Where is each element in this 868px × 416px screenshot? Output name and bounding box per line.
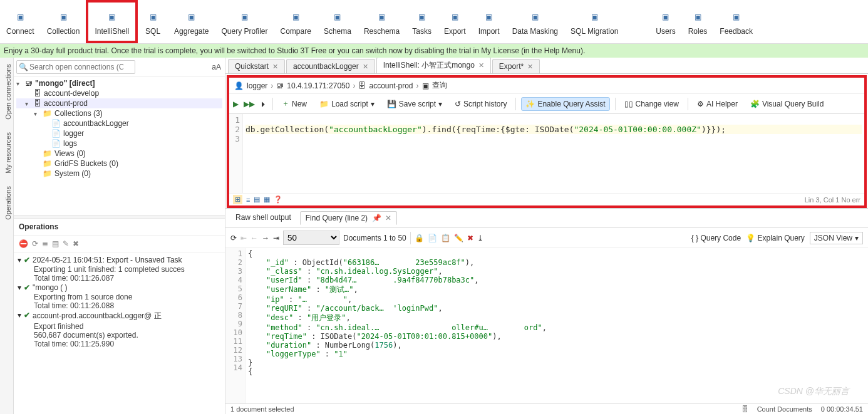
query-code-button[interactable]: { } Query Code: [691, 234, 741, 242]
run-selection-icon[interactable]: ▶▶: [244, 100, 255, 108]
view-mode-select[interactable]: JSON View▾: [810, 232, 863, 244]
operation-item[interactable]: ▾✔account-prod.accountbackLogger@ 正: [18, 310, 221, 322]
add-doc-icon[interactable]: 📄: [428, 234, 437, 242]
refresh-icon[interactable]: ⟳: [32, 239, 38, 248]
bulb-icon: 💡: [746, 234, 755, 242]
tree-node[interactable]: 📁System (0): [16, 169, 222, 179]
close-icon[interactable]: ✕: [385, 214, 391, 222]
tree-node[interactable]: 📄logger: [16, 128, 222, 138]
view-mode-icon[interactable]: ▤: [254, 195, 260, 204]
breadcrumb-user[interactable]: logger: [247, 81, 267, 90]
save-script-button[interactable]: 💾Save script▾: [383, 98, 446, 110]
editor-tab[interactable]: IntelliShell: 小智正式mongo✕: [376, 58, 491, 73]
tree-node[interactable]: 📁Views (0): [16, 148, 222, 159]
edit-icon[interactable]: ✏️: [454, 234, 463, 242]
operation-item[interactable]: ▾✔"mongo ( ): [18, 283, 221, 293]
breadcrumb-host[interactable]: 10.4.19.171:27050: [287, 81, 349, 90]
tree-label: System (0): [54, 169, 91, 178]
new-button[interactable]: ＋New: [278, 96, 311, 111]
tab-find-query[interactable]: Find Query (line 2) 📌 ✕: [300, 211, 398, 225]
prev-page-icon[interactable]: ←: [251, 234, 258, 242]
copy-icon[interactable]: 📋: [441, 234, 450, 242]
toolbar-import[interactable]: ▣Import: [472, 0, 506, 43]
toolbar-feedback[interactable]: ▣Feedback: [713, 0, 759, 43]
tree-node[interactable]: ▾🗄account-prod: [16, 98, 222, 108]
ai-helper-button[interactable]: ⚙AI Helper: [693, 98, 741, 110]
lock-icon[interactable]: 🔒: [415, 234, 424, 242]
tree-node[interactable]: 📄accountbackLogger: [16, 118, 222, 128]
code-editor[interactable]: 123 db.getCollection("accountbackLogger"…: [229, 114, 864, 193]
breadcrumb-db[interactable]: account-prod: [369, 81, 413, 90]
tab-raw-output[interactable]: Raw shell output: [230, 211, 296, 225]
next-page-icon[interactable]: →: [262, 234, 269, 242]
export-icon[interactable]: ⤓: [477, 234, 483, 242]
refresh-icon[interactable]: ⟳: [230, 234, 237, 242]
last-page-icon[interactable]: ⇥: [273, 234, 279, 242]
help-icon[interactable]: ❓: [274, 195, 282, 204]
toolbar-tasks[interactable]: ▣Tasks: [406, 0, 438, 43]
load-script-button[interactable]: 📁Load script▾: [316, 98, 378, 110]
side-tab-open-connections[interactable]: Open connections: [0, 58, 13, 126]
editor-tab[interactable]: accountbackLogger✕: [286, 59, 375, 73]
explain-query-button[interactable]: 💡 Explain Query: [746, 234, 805, 242]
code-area[interactable]: db.getCollection("accountbackLogger").fi…: [243, 114, 864, 193]
toolbar-sql[interactable]: ▣SQL: [138, 0, 168, 43]
count-icon[interactable]: 🗄: [741, 405, 748, 413]
breadcrumb-shell[interactable]: 查询: [432, 80, 447, 91]
side-tab-operations[interactable]: Operations: [0, 180, 13, 226]
tree-node[interactable]: 📁GridFS Buckets (0): [16, 159, 222, 169]
trash-icon[interactable]: ✖: [73, 239, 79, 248]
toolbar-aggregate[interactable]: ▣Aggregate: [168, 0, 215, 43]
delete-icon[interactable]: ✖: [467, 234, 473, 242]
run-line-icon[interactable]: ⏵: [260, 100, 267, 108]
script-history-button[interactable]: ↺Script history: [451, 98, 510, 110]
close-icon[interactable]: ✕: [478, 61, 484, 70]
toolbar-users[interactable]: ▣Users: [649, 0, 681, 43]
count-documents[interactable]: Count Documents: [757, 405, 812, 413]
enable-query-assist-button[interactable]: ✨Enable Query Assist: [521, 97, 609, 111]
run-icon[interactable]: ▶: [233, 100, 239, 108]
toolbar-collection[interactable]: ▣Collection: [41, 0, 86, 43]
page-size-select[interactable]: 50: [283, 231, 339, 245]
toolbar-query-profiler[interactable]: ▣Query Profiler: [215, 0, 274, 43]
wand-icon: ✨: [525, 100, 535, 108]
toolbar-intellishell[interactable]: ▣IntelliShell: [86, 0, 138, 43]
clear-icon[interactable]: ✎: [63, 239, 69, 248]
search-input[interactable]: [16, 60, 135, 74]
close-icon[interactable]: ✕: [527, 63, 533, 71]
close-icon[interactable]: ✕: [363, 63, 368, 71]
toolbar-data-masking[interactable]: ▣Data Masking: [506, 0, 564, 43]
grid-icon[interactable]: ▤: [52, 239, 59, 248]
list-icon[interactable]: ≣: [42, 239, 48, 248]
tree-node[interactable]: ▾📁Collections (3): [16, 108, 222, 118]
toolbar-export[interactable]: ▣Export: [438, 0, 472, 43]
editor-tab[interactable]: Quickstart✕: [228, 59, 285, 73]
pin-icon[interactable]: 📌: [372, 214, 381, 222]
first-page-icon[interactable]: ⇤: [240, 234, 247, 242]
toolbar-schema[interactable]: ▣Schema: [318, 0, 358, 43]
toolbar-sql-migration[interactable]: ▣SQL Migration: [564, 0, 624, 43]
view-mode-icon[interactable]: ⊞: [233, 195, 242, 204]
operation-item[interactable]: ▾✔2024-05-21 16:04:51: Export - Unsaved …: [18, 255, 221, 265]
toolbar-connect[interactable]: ▣Connect: [0, 0, 41, 43]
close-icon[interactable]: ✕: [272, 63, 278, 71]
json-content[interactable]: { "_id" : ObjectId("663186… 23e559ac8f")…: [245, 248, 868, 403]
toolbar-reschema[interactable]: ▣Reschema: [358, 0, 406, 43]
json-output[interactable]: 1234567891011121314 { "_id" : ObjectId("…: [225, 248, 868, 403]
editor-tab[interactable]: Export*✕: [492, 59, 540, 73]
tree-root[interactable]: ▾🖳 "mongo" [direct]: [16, 78, 222, 88]
view-mode-icon[interactable]: ▦: [264, 195, 270, 204]
toolbar-compare[interactable]: ▣Compare: [274, 0, 318, 43]
view-mode-icon[interactable]: ≡: [246, 196, 250, 204]
side-tab-my-resources[interactable]: My resources: [0, 126, 13, 180]
tree-node[interactable]: 🗄account-develop: [16, 88, 222, 98]
change-view-button[interactable]: ▯▯Change view: [621, 98, 683, 110]
stop-icon[interactable]: ⛔: [19, 239, 28, 248]
toolbar-label: Connect: [6, 27, 34, 36]
tree-node[interactable]: 📄logs: [16, 138, 222, 148]
toolbar-roles[interactable]: ▣Roles: [682, 0, 714, 43]
toolbar-label: Import: [478, 27, 500, 36]
database-icon: 🗄: [358, 81, 366, 90]
visual-query-button[interactable]: 🧩Visual Query Build: [747, 98, 828, 110]
case-toggle[interactable]: aA: [210, 63, 222, 71]
